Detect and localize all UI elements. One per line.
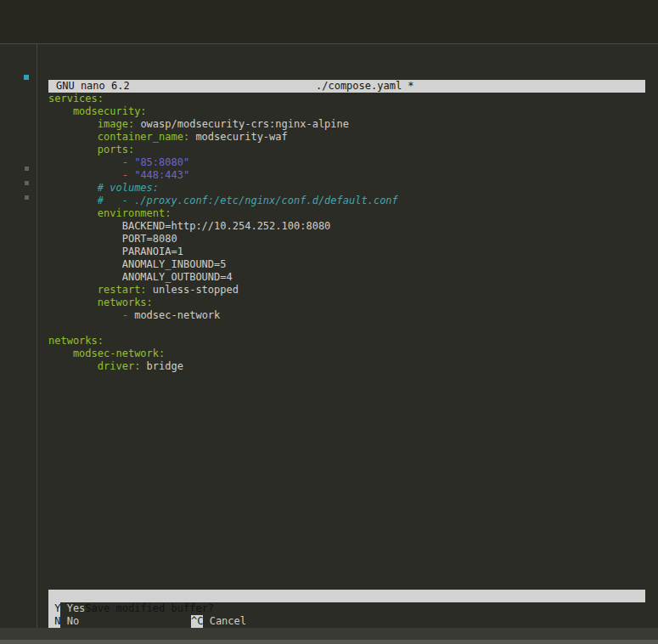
editor-token-val [48,169,122,181]
editor-token-key: networks: [48,335,104,347]
editor-token-val: modsec-network [134,309,220,321]
editor-line: environment: [48,207,645,220]
editor-token-dash: - [122,156,134,168]
bottom-band [0,628,658,640]
editor-token-val: ANOMALY_OUTBOUND=4 [48,271,233,283]
editor-line: # volumes: [48,182,645,195]
editor-line: image: owasp/modsecurity-crs:nginx-alpin… [48,118,645,131]
editor-token-key: modsec-network: [48,347,165,359]
editor-line: driver: bridge [48,360,645,373]
editor-token-val: ANOMALY_INBOUND=5 [48,258,227,270]
editor-token-key: environment: [48,207,172,219]
editor-line: PARANOIA=1 [48,246,645,258]
editor-token-dash: - [122,309,134,321]
bottom-strip [0,640,658,644]
editor-token-key: restart: [48,284,147,296]
gutter-marker-icon [24,75,29,80]
editor-line: restart: unless-stopped [48,284,645,297]
shortcut-key[interactable]: N [48,615,60,628]
editor-token-val: unless-stopped [147,284,239,296]
editor-token-val [48,156,122,168]
shortcut-cancel[interactable]: ^C Cancel [191,615,246,628]
editor-line: container_name: modsecurity-waf [48,131,645,144]
gutter-dot-icon [25,167,29,171]
shortcut-row-2: N No^C Cancel [48,615,645,628]
editor-token-val: owasp/modsecurity-crs:nginx-alpine [134,118,349,130]
editor-token-str: "448:443" [134,169,189,181]
shortcut-no[interactable]: N No [48,615,79,628]
editor-line: - modsec-network [48,309,645,322]
terminal-screen: GNU nano 6.2 ./compose.yaml * services: … [0,0,658,644]
editor-token-val: bridge [140,360,183,372]
editor-line: services: [48,93,645,105]
top-separator-line [0,43,658,44]
editor-token-val: BACKEND=http://10.254.252.100:8080 [48,220,330,232]
editor-line: # - ./proxy.conf:/etc/nginx/conf.d/defau… [48,195,645,207]
shortcut-label: No [60,615,79,627]
editor-token-comment: # - ./proxy.conf:/etc/nginx/conf.d/defau… [48,195,398,206]
editor-line: modsecurity: [48,105,645,118]
shortcut-key[interactable]: Y [48,602,60,615]
editor-line: ANOMALY_INBOUND=5 [48,258,645,271]
shortcut-label: Yes [60,602,85,614]
editor-line: networks: [48,297,645,309]
editor-token-dash: - [122,169,134,181]
editor-token-val: modsecurity-waf [189,131,288,143]
editor-line: ANOMALY_OUTBOUND=4 [48,271,645,284]
window-top-bar [0,0,658,43]
editor-token-str: "85:8080" [134,156,189,168]
editor-token-key: networks: [48,297,153,308]
shortcut-row-1: Y Yes [48,602,645,615]
editor-line [48,322,645,335]
editor-token-key: driver: [48,360,140,372]
editor-token-key: ports: [48,144,134,155]
shortcut-yes[interactable]: Y Yes [48,602,85,615]
editor-token-key: container_name: [48,131,189,143]
editor-line: - "448:443" [48,169,645,182]
editor-line: BACKEND=http://10.254.252.100:8080 [48,220,645,233]
editor-token-val [48,309,122,321]
nano-filename-label: ./compose.yaml * [316,80,414,93]
editor-line: networks: [48,335,645,347]
editor-line: PORT=8080 [48,233,645,246]
save-prompt-bar: Save modified buffer? [48,590,645,602]
nano-version-label: GNU nano 6.2 [56,80,130,93]
nano-title-bar: GNU nano 6.2 ./compose.yaml * [48,80,645,93]
editor-line: modsec-network: [48,347,645,360]
editor-token-val: PARANOIA=1 [48,246,183,257]
shortcut-key[interactable]: ^C [191,615,203,628]
nano-editor: GNU nano 6.2 ./compose.yaml * services: … [48,80,645,628]
editor-content[interactable]: services: modsecurity: image: owasp/mods… [48,93,645,590]
editor-line: - "85:8080" [48,156,645,169]
shortcut-label: Cancel [203,615,246,627]
gutter-dot-icon [25,195,29,200]
editor-token-comment: # volumes: [48,182,159,194]
gutter-divider-line [37,44,37,628]
gutter-dot-icon [25,181,29,185]
editor-token-val: PORT=8080 [48,233,177,245]
editor-line: ports: [48,144,645,156]
